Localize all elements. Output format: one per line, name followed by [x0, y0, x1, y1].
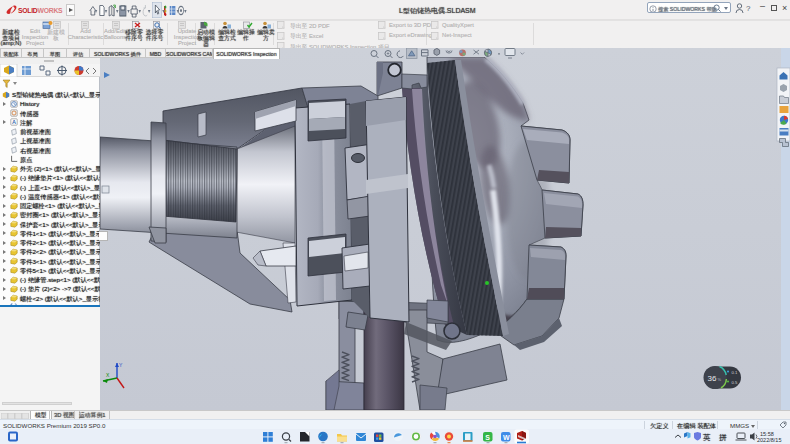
svg-text:S: S [485, 434, 490, 441]
svg-text:拼: 拼 [719, 433, 727, 442]
svg-text:2022/8/15: 2022/8/15 [757, 437, 781, 443]
svg-text:%: % [718, 377, 722, 382]
svg-text:A: A [12, 120, 16, 126]
svg-text:36: 36 [708, 374, 717, 383]
svg-text:0.1: 0.1 [732, 370, 738, 375]
svg-text:0.5: 0.5 [732, 380, 738, 385]
svg-text:W: W [503, 434, 510, 441]
svg-text:英: 英 [703, 433, 711, 442]
svg-text:SOLIDWORKS: SOLIDWORKS [18, 7, 63, 14]
